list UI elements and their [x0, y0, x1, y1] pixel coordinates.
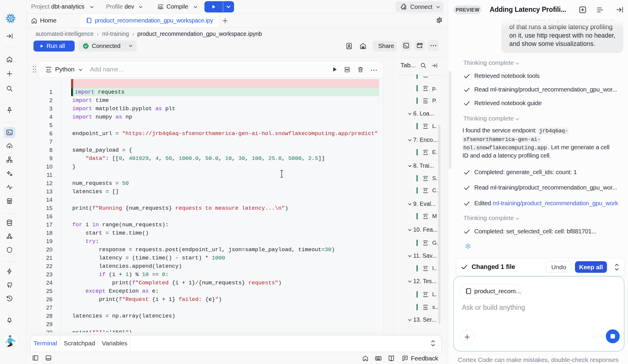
svg-text:SQL: SQL: [423, 306, 428, 309]
svg-text:PY: PY: [47, 68, 51, 71]
svg-text:PY: PY: [424, 215, 427, 218]
svg-text:PY: PY: [424, 267, 427, 270]
svg-text:SQL: SQL: [423, 100, 428, 102]
svg-text:PY: PY: [424, 87, 427, 90]
svg-text:PY: PY: [424, 241, 427, 244]
svg-text:PY: PY: [424, 151, 427, 154]
svg-text:PY: PY: [424, 293, 427, 296]
svg-text:SQL: SQL: [158, 5, 164, 9]
svg-text:PY: PY: [424, 177, 427, 180]
svg-text:PY: PY: [424, 189, 427, 192]
svg-text:PY: PY: [424, 125, 427, 128]
